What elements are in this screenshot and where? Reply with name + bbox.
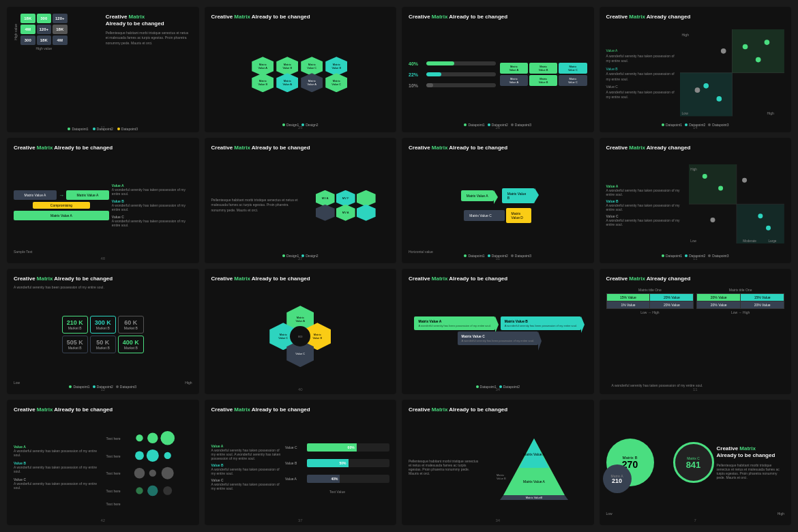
svg-text:Matrix Value A: Matrix Value A — [523, 452, 546, 456]
svg-text:Text here: Text here — [106, 454, 120, 458]
table-title-1: Matrix title One — [606, 288, 694, 292]
slide-title-9: Creative Matrix Already to be changed — [14, 276, 192, 282]
svg-text:Value B: Value B — [497, 477, 506, 480]
slide-13: Creative Matrix Already to be changed Va… — [7, 400, 199, 525]
slide-number-8: 11 — [693, 256, 698, 261]
legend-9-1: Datapoint1 — [69, 385, 89, 389]
svg-text:Text here: Text here — [106, 502, 120, 506]
slide-title-8: Creative Matrix Already changed — [606, 145, 785, 151]
svg-point-6 — [765, 40, 770, 46]
hbar-label-3: Value A — [285, 477, 304, 481]
slide-title-14: Creative Matrix Already to be changed — [211, 407, 390, 413]
axis-label-9: Low — [14, 381, 20, 385]
table-right: Matrix title One 20% Value 15% Value 20%… — [696, 288, 784, 314]
slide-11: Creative Matrix Already to be changed Ma… — [402, 269, 594, 394]
slide-number-14: 37 — [298, 518, 303, 522]
legend-11-2: Datapoint2 — [499, 385, 520, 389]
stat-val-6: 400 K — [123, 339, 139, 346]
svg-point-39 — [134, 468, 145, 478]
table-cell: 15% Value — [606, 294, 650, 301]
slide-title-10: Creative Matrix Already to be changed — [211, 276, 390, 282]
hbar-2: Value B 50% — [285, 459, 389, 467]
dot-section-c: Value C A wonderful serenity has taken p… — [14, 477, 102, 490]
mini-tile-4: MatrixValue A — [500, 75, 528, 86]
text-block-c: Value CA wonderful serenity has taken po… — [606, 85, 678, 100]
axis-l-16: Low — [606, 512, 612, 516]
arrow-box-b1: Matrix Value A — [14, 211, 109, 220]
hex-1: MatrixValue A — [252, 57, 274, 76]
stats-content: 210 K Market B 300 K Market B 60 K Marke… — [14, 292, 192, 387]
h-axis-label: Horizontal value — [409, 250, 433, 254]
table-left: Matrix title One 15% Value 20% Value 1% … — [606, 288, 694, 314]
scatter-svg: High Low High — [680, 29, 784, 116]
quadrant-8: High Low Moderate Large — [689, 164, 784, 247]
legend-7-1: Datapoint1 — [464, 254, 484, 258]
legend-item-a: Design1 — [282, 123, 299, 127]
slide-number-15: 34 — [495, 518, 500, 522]
hex-text: Pellentesque habitant morbi tristique se… — [211, 198, 299, 213]
slide-body-text: Pellentesque habitant morbi tristique se… — [106, 31, 192, 46]
circle-text: Creative Matrix Already to be changed Pe… — [717, 445, 785, 480]
slide-title-2: Creative Matrix Already to be changed — [211, 14, 390, 20]
mini-tile-6: MatrixValue C — [559, 75, 587, 86]
slide-title-11: Creative Matrix Already to be changed — [409, 276, 587, 282]
bar-fill-1 — [426, 61, 454, 65]
x-axis-label: High value — [20, 46, 68, 50]
slide-title-7: Creative Matrix Already to be changed — [409, 145, 587, 151]
scatter-content: Value AA wonderful serenity has taken po… — [606, 23, 785, 125]
legend-4-3: Datapoint3 — [708, 123, 728, 127]
hex-8: MatrixValue C — [325, 73, 347, 92]
hbar-section-a: Value A A wonderful serenity has taken p… — [211, 444, 283, 460]
values-text: Value AA wonderful serenity has taken po… — [112, 183, 192, 227]
scatter2-content: Value AA wonderful serenity has taken po… — [606, 154, 785, 256]
text-block-a: Value AA wonderful serenity has taken po… — [606, 48, 678, 64]
slide-title-13: Creative Matrix Already to be changed — [14, 407, 192, 413]
val-c-8: Value CA wonderful serenity has taken po… — [606, 214, 687, 226]
slide-number-5: 48 — [100, 256, 105, 261]
arrow-yellow-1: Matrix Value D — [506, 208, 532, 223]
table-row: 20% Value 15% Value — [697, 294, 784, 301]
svg-point-4 — [743, 44, 748, 50]
hbar-track-1: 60% — [307, 443, 389, 452]
table-cell: 20% Value — [650, 294, 694, 301]
hex-4: MatrixValue B — [325, 57, 347, 76]
stat-val-3: 60 K — [123, 319, 139, 326]
axis-label-9r: High — [185, 381, 192, 385]
table-row: 1% Value 20% Value — [606, 301, 694, 309]
hbar-content: Value A A wonderful serenity has taken p… — [211, 416, 390, 518]
mini-tile-1: MatrixValue A — [500, 63, 528, 74]
dot-section-a: Value A A wonderful serenity has taken p… — [14, 445, 102, 457]
slide-number-11: 34 — [495, 387, 500, 391]
progress-row-3: 10% — [409, 83, 496, 88]
slide-number-3: 26 — [495, 125, 500, 130]
stat-val-4: 505 K — [67, 339, 83, 346]
svg-point-18 — [703, 174, 707, 179]
slide-5: Creative Matrix Already to be changed Ma… — [7, 138, 199, 263]
val-b: Value BA wonderful serenity has taken po… — [112, 199, 192, 211]
circle-group: Matrix B 270 Matrix A 210 — [606, 439, 654, 486]
legend-3-3: Datapoint3 — [511, 123, 531, 127]
dot-labels: Value A A wonderful serenity has taken p… — [14, 445, 102, 490]
svg-point-35 — [160, 431, 175, 445]
svg-point-23 — [711, 218, 715, 222]
svg-point-10 — [721, 49, 726, 55]
axis-labels-2: Low → High — [696, 310, 784, 314]
svg-text:Matrix Value A: Matrix Value A — [523, 479, 546, 484]
stat-val-2: 300 K — [95, 319, 111, 326]
slide-number-16: 7 — [694, 518, 696, 522]
stat-lbl-4: Market B — [67, 346, 83, 350]
axis-labels-1: Low → High — [606, 310, 694, 314]
dots-content: Value A A wonderful serenity has taken p… — [14, 416, 192, 518]
svg-point-37 — [147, 449, 159, 462]
svg-point-5 — [756, 57, 761, 63]
table-row: 20% Value 20% Value — [697, 301, 784, 309]
svg-point-42 — [136, 487, 143, 494]
slide-number-1: 11 — [100, 125, 105, 130]
arrow-row-1: Matrix Value A → Matrix Value A — [14, 190, 109, 200]
svg-text:Matrix ValueB: Matrix ValueB — [526, 496, 543, 499]
arrow-teal-1: Matrix Value B — [502, 188, 535, 203]
slide-14: Creative Matrix Already to be changed Va… — [205, 400, 397, 525]
svg-point-33 — [136, 434, 143, 441]
slide-6: Creative Matrix Already to be changed Pe… — [205, 138, 397, 263]
small-circle-val: 210 — [612, 478, 622, 484]
